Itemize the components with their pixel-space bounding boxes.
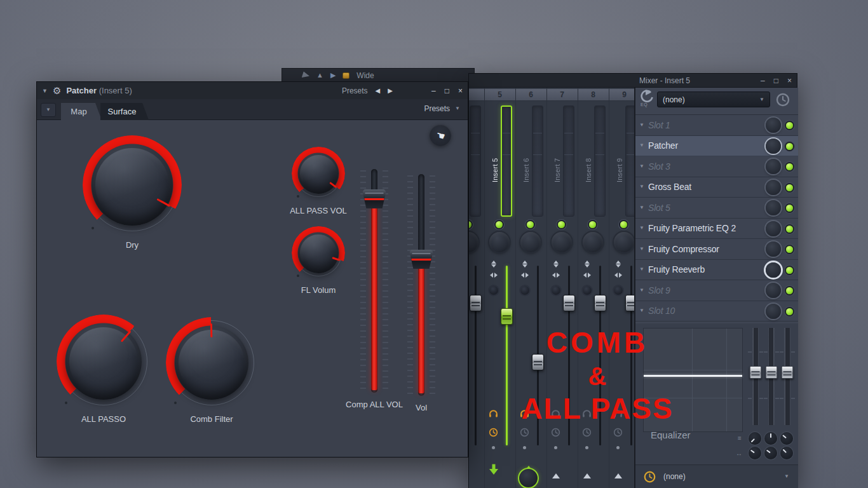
channel-enable-led[interactable] bbox=[496, 221, 503, 228]
pin-icon[interactable]: ▲ bbox=[316, 72, 323, 79]
effect-slot-row[interactable]: ▼ Gross Beat bbox=[635, 177, 798, 198]
clock-icon[interactable] bbox=[582, 428, 592, 440]
slot-mix-knob[interactable] bbox=[766, 159, 781, 174]
time-settings-icon[interactable] bbox=[643, 470, 656, 483]
clock-icon[interactable] bbox=[489, 428, 498, 440]
channel-enable-led[interactable] bbox=[469, 221, 471, 228]
fader-handle[interactable] bbox=[501, 308, 513, 325]
peak-meter[interactable] bbox=[594, 105, 606, 217]
patcher-tab[interactable]: Surface bbox=[100, 103, 149, 120]
mixer-titlebar[interactable]: Mixer - Insert 5 – □ × bbox=[469, 74, 797, 88]
slot-mix-knob[interactable] bbox=[766, 118, 781, 133]
edit-mode-hand-button[interactable]: ☚ bbox=[430, 125, 451, 146]
equalizer-graph[interactable] bbox=[643, 328, 743, 432]
minimize-button[interactable]: – bbox=[431, 87, 436, 95]
channel-enable-led[interactable] bbox=[620, 221, 627, 228]
headphones-icon[interactable] bbox=[551, 409, 560, 420]
effect-slot-row[interactable]: ▼ Slot 5 bbox=[635, 198, 798, 219]
slider-handle[interactable] bbox=[363, 189, 386, 208]
output-dropdown-value[interactable]: (none) bbox=[663, 472, 686, 481]
surface-knob[interactable]: ALL PASSO bbox=[57, 315, 151, 409]
fader-track[interactable] bbox=[506, 266, 508, 445]
effect-slot-row[interactable]: ▼ Fruity Parametric EQ 2 bbox=[635, 219, 798, 240]
mixer-channel[interactable]: 5 Insert 5 bbox=[485, 88, 516, 488]
stereo-separation-knob[interactable] bbox=[552, 286, 560, 295]
swap-horizontal-icon[interactable] bbox=[550, 273, 562, 278]
fader-track[interactable] bbox=[568, 266, 570, 445]
fader-handle[interactable] bbox=[563, 295, 575, 311]
eq-band-handle[interactable] bbox=[766, 366, 778, 379]
maximize-button[interactable]: □ bbox=[774, 77, 778, 85]
slot-mix-knob[interactable] bbox=[766, 180, 781, 195]
eq-band-knob[interactable] bbox=[780, 432, 793, 445]
headphones-icon[interactable] bbox=[613, 409, 623, 420]
slot-mix-knob[interactable] bbox=[766, 283, 781, 298]
preset-box-icon[interactable] bbox=[342, 72, 349, 79]
stereo-separation-knob[interactable] bbox=[614, 286, 623, 295]
mixer-channel[interactable]: 7 Insert 7 bbox=[547, 88, 578, 488]
swap-vertical-icon[interactable] bbox=[487, 258, 499, 270]
surface-knob[interactable]: Dry bbox=[83, 135, 182, 234]
slot-menu-chevron-icon[interactable]: ▼ bbox=[635, 123, 648, 128]
maximize-button[interactable]: □ bbox=[445, 87, 449, 95]
minimize-button[interactable]: – bbox=[761, 77, 765, 85]
eq-band-slider[interactable] bbox=[764, 328, 779, 425]
slot-mix-knob[interactable] bbox=[766, 221, 781, 236]
eq-band-handle[interactable] bbox=[750, 366, 762, 379]
mixer-channel[interactable]: 8 Insert 8 bbox=[578, 88, 609, 488]
effect-slot-row[interactable]: ▼ Slot 10 bbox=[635, 301, 798, 322]
headphones-icon[interactable] bbox=[520, 409, 529, 420]
surface-knob[interactable]: FL Volum bbox=[292, 226, 345, 280]
peak-meter[interactable] bbox=[563, 105, 574, 217]
peak-meter[interactable] bbox=[532, 105, 543, 217]
route-caret-icon[interactable] bbox=[583, 470, 591, 478]
effect-slot-row[interactable]: ▼ Slot 1 bbox=[635, 115, 798, 136]
mixer-channel[interactable]: 6 Insert 6 bbox=[516, 88, 547, 488]
slot-enable-led[interactable] bbox=[786, 246, 793, 253]
slot-mix-knob[interactable] bbox=[766, 241, 781, 257]
route-send-knob[interactable] bbox=[518, 468, 539, 488]
slot-menu-chevron-icon[interactable]: ▼ bbox=[635, 267, 648, 272]
preset-next-icon[interactable]: ▶ bbox=[388, 87, 393, 94]
fader-handle[interactable] bbox=[625, 295, 634, 311]
swap-horizontal-icon[interactable] bbox=[612, 273, 624, 278]
peak-meter[interactable] bbox=[501, 105, 512, 217]
slot-mix-knob[interactable] bbox=[766, 304, 781, 319]
patcher-tab[interactable]: Map bbox=[61, 103, 102, 120]
swap-horizontal-icon[interactable] bbox=[581, 273, 593, 278]
eq-band-knob[interactable] bbox=[780, 447, 793, 459]
play-icon[interactable]: ▶ bbox=[330, 72, 336, 79]
audio-input-icon[interactable]: EQ bbox=[638, 90, 655, 109]
stereo-separation-knob[interactable] bbox=[583, 286, 592, 295]
slot-menu-chevron-icon[interactable]: ▼ bbox=[635, 143, 648, 148]
peak-meter[interactable] bbox=[470, 105, 481, 217]
surface-slider[interactable]: Vol bbox=[407, 174, 435, 396]
clock-icon[interactable] bbox=[551, 428, 560, 440]
effect-slot-row[interactable]: ▼ Slot 3 bbox=[635, 156, 798, 177]
gear-icon[interactable]: ⚙ bbox=[53, 86, 61, 95]
swap-vertical-icon[interactable] bbox=[581, 258, 593, 270]
detach-plane-icon[interactable] bbox=[302, 71, 311, 79]
slot-menu-chevron-icon[interactable]: ▼ bbox=[635, 288, 648, 293]
effect-slot-row[interactable]: ▼ Patcher bbox=[635, 136, 798, 157]
channel-enable-led[interactable] bbox=[527, 221, 534, 228]
chevron-down-icon[interactable]: ▼ bbox=[784, 474, 789, 479]
slot-menu-chevron-icon[interactable]: ▼ bbox=[635, 308, 648, 313]
route-arrow-down-icon[interactable] bbox=[489, 464, 499, 478]
channel-enable-led[interactable] bbox=[589, 221, 596, 228]
eq-band-knob[interactable] bbox=[749, 432, 761, 445]
slot-menu-chevron-icon[interactable]: ▼ bbox=[635, 226, 648, 231]
surface-knob[interactable]: Comb Filter bbox=[166, 317, 257, 409]
eq-band-knob[interactable] bbox=[749, 447, 761, 459]
fader-track[interactable] bbox=[599, 266, 601, 445]
slot-enable-led[interactable] bbox=[786, 122, 793, 129]
peak-meter[interactable] bbox=[625, 105, 634, 217]
pan-knob[interactable] bbox=[552, 232, 572, 252]
pan-knob[interactable] bbox=[614, 232, 634, 252]
effect-slot-row[interactable]: ▼ Fruity Compressor bbox=[635, 239, 798, 260]
eq-band-slider[interactable] bbox=[780, 328, 795, 425]
headphones-icon[interactable] bbox=[582, 409, 592, 420]
slot-mix-knob[interactable] bbox=[766, 262, 781, 278]
route-caret-icon[interactable] bbox=[552, 470, 560, 478]
slot-menu-chevron-icon[interactable]: ▼ bbox=[635, 184, 648, 189]
